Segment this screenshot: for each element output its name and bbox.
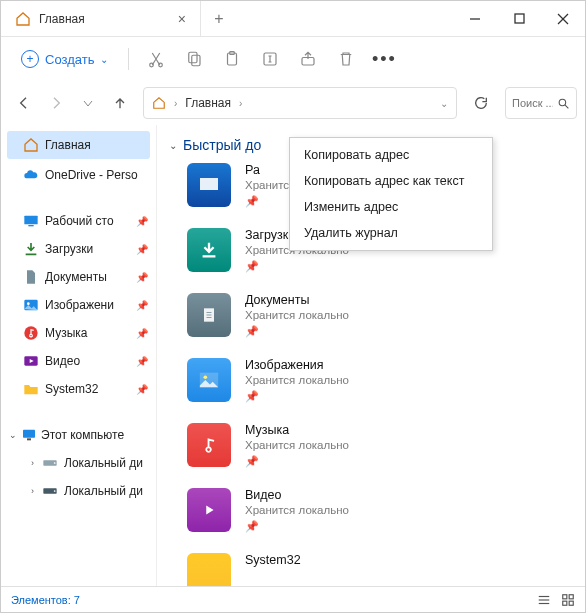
sidebar-item-label: Видео bbox=[45, 354, 80, 368]
create-button[interactable]: + Создать ⌄ bbox=[11, 44, 118, 74]
folder-desktop-icon bbox=[187, 163, 231, 207]
up-button[interactable] bbox=[105, 88, 135, 118]
paste-icon[interactable] bbox=[215, 42, 249, 76]
share-icon[interactable] bbox=[291, 42, 325, 76]
more-icon[interactable]: ••• bbox=[367, 42, 401, 76]
item-name: System32 bbox=[245, 553, 301, 567]
pin-icon: 📌 bbox=[245, 390, 349, 403]
sidebar-item-videos[interactable]: Видео 📌 bbox=[1, 347, 156, 375]
sidebar-item-pictures[interactable]: Изображени 📌 bbox=[1, 291, 156, 319]
status-count: Элементов: 7 bbox=[11, 594, 80, 606]
item-name: Документы bbox=[245, 293, 349, 307]
sidebar-item-label: System32 bbox=[45, 382, 98, 396]
minimize-button[interactable] bbox=[453, 1, 497, 37]
sidebar-item-localdisk[interactable]: › Локальный ди bbox=[1, 477, 156, 505]
item-music[interactable]: Музыка Хранится локально 📌 bbox=[187, 423, 573, 468]
item-subtitle: Хранится локально bbox=[245, 504, 349, 516]
breadcrumb-home[interactable]: Главная bbox=[185, 96, 231, 110]
desktop-icon bbox=[23, 213, 39, 229]
chevron-down-icon[interactable]: ⌄ bbox=[9, 430, 17, 440]
chevron-down-icon[interactable]: ⌄ bbox=[169, 140, 177, 151]
sidebar-item-label: Документы bbox=[45, 270, 107, 284]
disk-icon bbox=[42, 455, 58, 471]
sidebar-item-onedrive[interactable]: OneDrive - Perso bbox=[1, 161, 156, 189]
sidebar-item-desktop[interactable]: Рабочий сто 📌 bbox=[1, 207, 156, 235]
item-documents[interactable]: Документы Хранится локально 📌 bbox=[187, 293, 573, 338]
folder-pictures-icon bbox=[187, 358, 231, 402]
pin-icon: 📌 bbox=[136, 272, 148, 283]
close-button[interactable] bbox=[541, 1, 585, 37]
pin-icon: 📌 bbox=[136, 300, 148, 311]
refresh-button[interactable] bbox=[465, 87, 497, 119]
delete-icon[interactable] bbox=[329, 42, 363, 76]
item-name: Изображения bbox=[245, 358, 349, 372]
ctx-clear-history[interactable]: Удалить журнал bbox=[290, 220, 492, 246]
pin-icon: 📌 bbox=[245, 455, 349, 468]
window-controls bbox=[453, 1, 585, 37]
folder-icon bbox=[23, 381, 39, 397]
separator bbox=[128, 48, 129, 70]
sidebar-item-downloads[interactable]: Загрузки 📌 bbox=[1, 235, 156, 263]
chevron-right-icon[interactable]: › bbox=[31, 486, 34, 496]
pin-icon: 📌 bbox=[136, 328, 148, 339]
svg-rect-26 bbox=[200, 178, 218, 190]
home-icon bbox=[23, 137, 39, 153]
svg-rect-1 bbox=[515, 14, 524, 23]
sidebar-item-label: Загрузки bbox=[45, 242, 93, 256]
item-pictures[interactable]: Изображения Хранится локально 📌 bbox=[187, 358, 573, 403]
tab-close-icon[interactable]: × bbox=[178, 11, 186, 27]
pin-icon: 📌 bbox=[136, 244, 148, 255]
disk-icon bbox=[42, 483, 58, 499]
video-icon bbox=[23, 353, 39, 369]
chevron-right-icon[interactable]: › bbox=[174, 98, 177, 109]
sidebar-item-music[interactable]: Музыка 📌 bbox=[1, 319, 156, 347]
ctx-copy-address-text[interactable]: Копировать адрес как текст bbox=[290, 168, 492, 194]
ctx-copy-address[interactable]: Копировать адрес bbox=[290, 142, 492, 168]
svg-rect-14 bbox=[24, 216, 37, 225]
pin-icon: 📌 bbox=[136, 384, 148, 395]
search-input[interactable] bbox=[512, 97, 553, 109]
back-button[interactable] bbox=[9, 88, 39, 118]
copy-icon[interactable] bbox=[177, 42, 211, 76]
cut-icon[interactable] bbox=[139, 42, 173, 76]
toolbar: + Создать ⌄ ••• bbox=[1, 37, 585, 81]
sidebar-item-home[interactable]: Главная bbox=[7, 131, 150, 159]
tab-home[interactable]: Главная × bbox=[1, 1, 201, 36]
view-list-icon[interactable] bbox=[537, 593, 551, 607]
document-icon bbox=[23, 269, 39, 285]
ctx-edit-address[interactable]: Изменить адрес bbox=[290, 194, 492, 220]
address-bar[interactable]: › Главная › ⌄ bbox=[143, 87, 457, 119]
rename-icon[interactable] bbox=[253, 42, 287, 76]
folder-videos-icon bbox=[187, 488, 231, 532]
svg-rect-21 bbox=[27, 438, 31, 440]
sidebar-group-thispc[interactable]: ⌄ Этот компьюте bbox=[1, 421, 156, 449]
addr-dropdown-icon[interactable]: ⌄ bbox=[440, 98, 448, 109]
section-title: Быстрый до bbox=[183, 137, 261, 153]
picture-icon bbox=[23, 297, 39, 313]
sidebar-item-label: Рабочий сто bbox=[45, 214, 114, 228]
chevron-right-icon[interactable]: › bbox=[239, 98, 242, 109]
view-grid-icon[interactable] bbox=[561, 593, 575, 607]
folder-documents-icon bbox=[187, 293, 231, 337]
sidebar-item-label: Локальный ди bbox=[64, 484, 143, 498]
chevron-right-icon[interactable]: › bbox=[31, 458, 34, 468]
sidebar-item-documents[interactable]: Документы 📌 bbox=[1, 263, 156, 291]
item-system32[interactable]: System32 bbox=[187, 553, 573, 586]
sidebar-item-label: OneDrive - Perso bbox=[45, 168, 138, 182]
tab-title: Главная bbox=[39, 12, 170, 26]
new-tab-button[interactable]: + bbox=[201, 10, 237, 28]
pin-icon: 📌 bbox=[245, 325, 349, 338]
maximize-button[interactable] bbox=[497, 1, 541, 37]
address-context-menu: Копировать адрес Копировать адрес как те… bbox=[289, 137, 493, 251]
sidebar-item-localdisk[interactable]: › Локальный ди bbox=[1, 449, 156, 477]
item-videos[interactable]: Видео Хранится локально 📌 bbox=[187, 488, 573, 533]
cloud-icon bbox=[23, 167, 39, 183]
sidebar-item-system32[interactable]: System32 📌 bbox=[1, 375, 156, 403]
forward-button[interactable] bbox=[41, 88, 71, 118]
pin-icon: 📌 bbox=[245, 260, 349, 273]
status-bar: Элементов: 7 bbox=[1, 586, 585, 612]
search-icon[interactable] bbox=[557, 97, 570, 110]
recent-button[interactable] bbox=[73, 88, 103, 118]
search-box[interactable] bbox=[505, 87, 577, 119]
titlebar: Главная × + bbox=[1, 1, 585, 37]
